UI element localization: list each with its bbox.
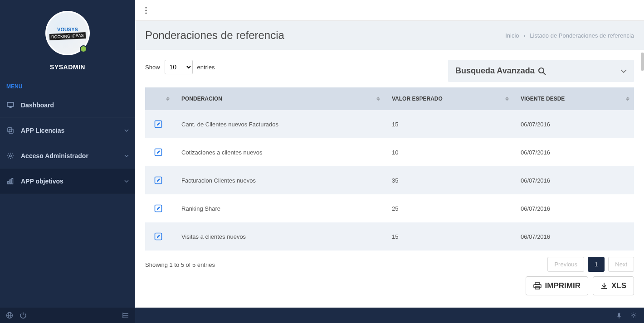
avatar[interactable]: VOUSYS ROCKING IDEAS (45, 11, 90, 55)
power-button[interactable] (16, 309, 30, 322)
scroll-thumb[interactable] (641, 53, 644, 71)
table-footer: Showing 1 to 5 of 5 entries Previous 1 N… (145, 257, 634, 295)
page-size-select[interactable]: 10 (165, 60, 193, 74)
cell-vigente: 06/07/2016 (513, 166, 634, 194)
col-header-vigente[interactable]: VIGENTE DESDE (513, 87, 634, 110)
username-label: SYSADMIN (50, 63, 85, 71)
kebab-menu-button[interactable] (141, 5, 151, 16)
cell-ponderacion: Facturacion Clientes nuevos (174, 166, 385, 194)
cell-ponderacion: Cotizaciones a clientes nuevos (174, 138, 385, 166)
cell-valor: 25 (385, 194, 513, 222)
advanced-search-toggle[interactable]: Busqueda Avanzada (448, 60, 634, 82)
edit-button[interactable] (152, 146, 164, 158)
entries-label: entries (197, 64, 215, 71)
collapse-sidebar-button[interactable] (119, 309, 132, 322)
entries-info: Showing 1 to 5 of 5 entries (145, 261, 215, 268)
nav-item-dashboard[interactable]: Dashboard (0, 92, 135, 118)
svg-rect-4 (9, 129, 13, 133)
sort-icon (626, 97, 629, 101)
sidebar-footer (0, 308, 135, 323)
col-header-label: PONDERACION (181, 96, 222, 102)
sort-icon (166, 97, 170, 101)
avatar-tag: ROCKING IDEAS (49, 32, 86, 40)
chevron-down-icon (124, 129, 129, 132)
svg-point-19 (539, 68, 544, 73)
data-table: PONDERACION VALOR ESPERADO VIGENTE DESDE (145, 87, 634, 251)
svg-point-17 (145, 10, 146, 11)
footer-right: Previous 1 Next IMPRIMIR (526, 257, 634, 295)
cell-valor: 15 (385, 222, 513, 251)
cell-valor: 10 (385, 138, 513, 166)
pin-button[interactable] (613, 309, 625, 321)
xls-button[interactable]: XLS (593, 276, 634, 295)
cell-ponderacion: Cant. de Clientes nuevos Facturados (174, 110, 385, 138)
svg-rect-6 (8, 181, 9, 184)
col-header-valor[interactable]: VALOR ESPERADO (385, 87, 513, 110)
page-1-button[interactable]: 1 (588, 257, 605, 272)
edit-button[interactable] (152, 231, 164, 242)
nav-item-licencias[interactable]: APP Licencias (0, 118, 135, 143)
nav-label: APP Licencias (21, 127, 124, 134)
layers-icon (6, 126, 15, 135)
show-label: Show (145, 64, 160, 71)
table-row: Ranking Share2506/07/2016 (145, 194, 634, 222)
nav-label: APP objetivos (21, 178, 124, 185)
svg-rect-0 (7, 102, 14, 106)
avatar-brand: VOUSYS (57, 27, 78, 32)
globe-button[interactable] (3, 309, 16, 322)
topbar (135, 0, 644, 21)
sort-icon (505, 97, 509, 101)
titlebar: Ponderaciones de referencia Inicio › Lis… (135, 21, 644, 50)
bottom-strip (135, 308, 644, 323)
edit-button[interactable] (152, 202, 164, 214)
next-page-button[interactable]: Next (608, 257, 634, 272)
breadcrumb: Inicio › Listado de Ponderaciones de ref… (505, 32, 634, 39)
scrollbar[interactable] (640, 50, 644, 308)
nav-label: Acceso Administrador (21, 152, 124, 159)
breadcrumb-home[interactable]: Inicio (505, 32, 519, 39)
pagination: Previous 1 Next (547, 257, 634, 272)
chevron-down-icon (124, 154, 129, 157)
export-row: IMPRIMIR XLS (526, 276, 634, 295)
chevron-down-icon (124, 180, 129, 183)
edit-button[interactable] (152, 174, 164, 186)
svg-rect-8 (12, 178, 13, 184)
sort-icon (376, 97, 380, 101)
col-header-actions[interactable] (145, 87, 174, 110)
breadcrumb-separator-icon: › (523, 32, 525, 39)
table-row: Facturacion Clientes nuevos3506/07/2016 (145, 166, 634, 194)
nav-item-acceso-admin[interactable]: Acceso Administrador (0, 143, 135, 169)
page-title: Ponderaciones de referencia (145, 29, 284, 42)
xls-label: XLS (611, 281, 626, 290)
svg-rect-3 (8, 128, 12, 132)
profile-block: VOUSYS ROCKING IDEAS SYSADMIN (0, 0, 135, 79)
cell-ponderacion: Ranking Share (174, 194, 385, 222)
chart-icon (6, 177, 15, 185)
print-label: IMPRIMIR (545, 281, 581, 290)
search-icon (537, 67, 546, 76)
svg-rect-7 (10, 180, 11, 184)
cell-vigente: 06/07/2016 (513, 110, 634, 138)
print-icon (533, 282, 542, 289)
svg-line-20 (543, 72, 546, 75)
svg-point-16 (145, 7, 146, 8)
page-size-control: Show 10 entries (145, 60, 215, 74)
chevron-down-icon (620, 69, 627, 73)
col-header-label: VIGENTE DESDE (521, 96, 565, 102)
prev-page-button[interactable]: Previous (547, 257, 584, 272)
print-button[interactable]: IMPRIMIR (526, 276, 588, 295)
nav-menu: Dashboard APP Licencias Acceso Administr… (0, 92, 135, 194)
nav-item-objetivos[interactable]: APP objetivos (0, 169, 135, 194)
edit-button[interactable] (152, 118, 164, 130)
gear-icon (6, 152, 15, 160)
cell-valor: 35 (385, 166, 513, 194)
menu-heading: MENU (0, 79, 135, 92)
content: Show 10 entries Busqueda Avanzada (135, 50, 644, 308)
svg-point-18 (145, 12, 146, 14)
cell-vigente: 06/07/2016 (513, 222, 634, 251)
svg-point-5 (10, 154, 11, 156)
nav-label: Dashboard (21, 101, 129, 109)
col-header-ponderacion[interactable]: PONDERACION (174, 87, 385, 110)
col-header-label: VALOR ESPERADO (392, 96, 443, 102)
gear-button[interactable] (628, 309, 639, 321)
